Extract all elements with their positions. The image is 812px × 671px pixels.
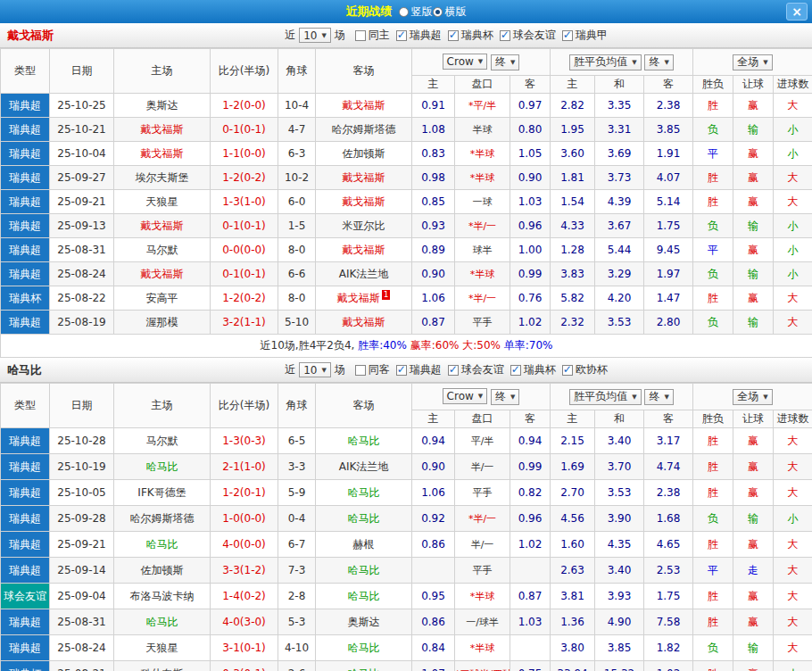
match-date-cell: 25-08-21 — [50, 661, 114, 671]
away-team-link[interactable]: 米亚尔比 — [316, 214, 412, 238]
filter-checkbox-瑞典超[interactable]: 瑞典超 — [396, 28, 442, 43]
home-team-link[interactable]: 埃尔夫斯堡 — [114, 166, 211, 190]
away-team-link[interactable]: 戴戈福斯 — [316, 311, 412, 335]
home-team-link[interactable]: 布洛马波卡纳 — [114, 584, 211, 609]
filter-checkbox-同主[interactable]: 同主 — [355, 28, 390, 43]
match-row: 瑞典超 25-08-31 马尔默 0-0(0-0) 8-0 戴戈福斯 0.89 … — [1, 238, 812, 262]
handicap-cell: 平手 — [455, 480, 510, 506]
corner-cell: 2-8 — [278, 584, 316, 609]
asian-away-odds: 1.05 — [510, 142, 551, 166]
scope-select[interactable]: 全场▼ — [733, 389, 772, 405]
filter-checkbox-瑞典超[interactable]: 瑞典超 — [396, 362, 442, 377]
away-team-link[interactable]: 哈马比 — [316, 661, 412, 671]
euro-home-odds: 3.81 — [551, 584, 595, 609]
league-type-cell: 瑞典杯 — [1, 661, 50, 671]
checkbox-icon — [396, 365, 407, 376]
home-team-link[interactable]: 哈马比 — [114, 609, 211, 635]
asian-home-odds: 0.95 — [412, 584, 455, 609]
home-team-link[interactable]: 哈马比 — [114, 532, 211, 558]
europe-odds-select[interactable]: 胜平负均值▼ — [569, 54, 641, 70]
filter-near-label: 近 — [285, 28, 295, 43]
handicap-result-cell: 走 — [733, 558, 774, 584]
bookmaker-select[interactable]: Crow▼ — [443, 54, 488, 70]
bookmaker-select-value: Crow — [447, 390, 474, 402]
away-team-link[interactable]: AIK法兰地 — [316, 454, 412, 480]
corner-cell: 5-3 — [278, 609, 316, 635]
away-team-link[interactable]: 哈马比 — [316, 506, 412, 532]
scope-select[interactable]: 全场▼ — [733, 54, 772, 70]
home-team-link[interactable]: 科什奈斯 — [114, 661, 211, 671]
asian-final-select[interactable]: 终▼ — [491, 389, 519, 405]
home-team-link[interactable]: 戴戈福斯 — [114, 142, 211, 166]
filter-checkbox-瑞典杯[interactable]: 瑞典杯 — [448, 28, 493, 43]
euro-away-odds: 2.38 — [644, 94, 693, 118]
away-team-link[interactable]: 戴戈福斯 — [316, 190, 412, 214]
away-team-link[interactable]: 哈马比 — [316, 428, 412, 454]
view-radio-竖版[interactable]: 竖版 — [399, 4, 433, 20]
home-team-link[interactable]: 渥那模 — [114, 311, 211, 335]
asian-final-value: 终 — [495, 54, 506, 70]
away-team-link[interactable]: 戴戈福斯 — [316, 94, 412, 118]
away-team-link[interactable]: 戴戈福斯 — [316, 166, 412, 190]
score-cell: 1-1(0-0) — [211, 142, 278, 166]
match-count-select[interactable]: 10▼ — [299, 362, 331, 377]
home-team-link[interactable]: 天狼星 — [114, 635, 211, 661]
away-team-link[interactable]: AIK法兰地 — [316, 262, 412, 286]
home-team-link[interactable]: 哈马比 — [114, 454, 211, 480]
home-team-link[interactable]: 哈尔姆斯塔德 — [114, 506, 211, 532]
filter-checkbox-瑞典甲[interactable]: 瑞典甲 — [562, 28, 608, 43]
europe-odds-select[interactable]: 胜平负均值▼ — [569, 389, 641, 405]
home-team-link[interactable]: 佐加顿斯 — [114, 558, 211, 584]
dropdown-arrow-icon: ▼ — [478, 393, 483, 400]
home-team-link[interactable]: 戴戈福斯 — [114, 214, 211, 238]
match-count-select[interactable]: 10▼ — [299, 28, 331, 43]
filter-checkbox-欧协杯[interactable]: 欧协杯 — [562, 362, 608, 377]
away-team-name: 哈马比 — [348, 590, 380, 602]
home-team-link[interactable]: 安高平 — [114, 286, 211, 311]
home-team-link[interactable]: 戴戈福斯 — [114, 262, 211, 286]
filter-checkbox-球会友谊[interactable]: 球会友谊 — [500, 28, 556, 43]
league-type-cell: 球会友谊 — [1, 584, 50, 609]
home-team-link[interactable]: 天狼星 — [114, 190, 211, 214]
euro-home-odds: 2.82 — [551, 94, 595, 118]
subcol-handicap: 盘口 — [455, 410, 510, 428]
europe-final-select[interactable]: 终▼ — [644, 389, 673, 405]
home-team-link[interactable]: 马尔默 — [114, 428, 211, 454]
handicap-cell: *平/半 — [455, 94, 510, 118]
filter-checkbox-瑞典杯[interactable]: 瑞典杯 — [510, 362, 556, 377]
europe-final-select[interactable]: 终▼ — [644, 54, 673, 70]
handicap-cell: *半/一 — [455, 286, 510, 311]
radio-label: 横版 — [445, 4, 467, 20]
home-team-link[interactable]: 戴戈福斯 — [114, 118, 211, 142]
home-team-link[interactable]: 奥斯达 — [114, 94, 211, 118]
view-radio-横版[interactable]: 横版 — [433, 4, 467, 20]
euro-home-odds: 33.94 — [551, 661, 595, 671]
away-team-link[interactable]: 哈马比 — [316, 584, 412, 609]
match-date-cell: 25-10-19 — [50, 454, 114, 480]
asian-final-select[interactable]: 终▼ — [491, 54, 519, 70]
home-team-link[interactable]: IFK哥德堡 — [114, 480, 211, 506]
radio-icon — [399, 7, 409, 17]
euro-home-odds: 4.56 — [551, 506, 595, 532]
goals-result-cell: 大 — [774, 532, 812, 558]
euro-draw-odds: 3.40 — [595, 558, 644, 584]
away-team-link[interactable]: 哈马比 — [316, 635, 412, 661]
handicap-result-cell: 赢 — [733, 238, 774, 262]
match-row: 瑞典超 25-10-28 马尔默 1-3(0-3) 6-5 哈马比 0.94 平… — [1, 428, 812, 454]
away-team-link[interactable]: 赫根 — [316, 532, 412, 558]
away-team-link[interactable]: 哈马比 — [316, 558, 412, 584]
away-team-link[interactable]: 戴戈福斯1 — [316, 286, 412, 311]
filter-checkbox-球会友谊[interactable]: 球会友谊 — [448, 362, 504, 377]
filter-checkbox-同客[interactable]: 同客 — [355, 362, 390, 377]
home-team-link[interactable]: 马尔默 — [114, 238, 211, 262]
away-team-link[interactable]: 奥斯达 — [316, 609, 412, 635]
away-team-link[interactable]: 哈尔姆斯塔德 — [316, 118, 412, 142]
away-team-link[interactable]: 戴戈福斯 — [316, 238, 412, 262]
away-team-link[interactable]: 哈马比 — [316, 480, 412, 506]
checkbox-icon — [500, 30, 510, 41]
corner-cell: 8-0 — [278, 286, 316, 311]
bookmaker-select[interactable]: Crow▼ — [443, 388, 488, 404]
close-button[interactable]: × — [786, 3, 808, 21]
away-team-link[interactable]: 佐加顿斯 — [316, 142, 412, 166]
asian-home-odds: 0.87 — [412, 311, 455, 335]
